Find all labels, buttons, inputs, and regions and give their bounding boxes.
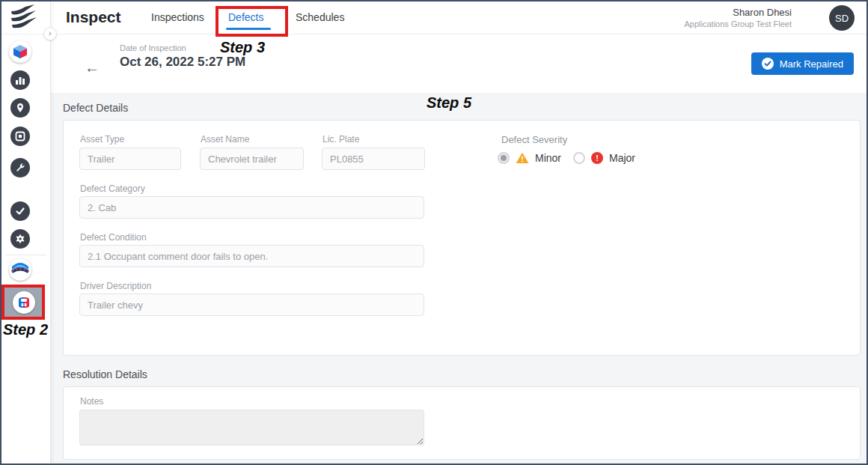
defect-category-label: Defect Category xyxy=(80,183,145,194)
back-arrow-icon[interactable]: ← xyxy=(85,59,100,76)
main-content: Defect Details Asset Type Trailer Asset … xyxy=(51,93,867,464)
minor-label: Minor xyxy=(535,152,561,164)
major-label: Major xyxy=(609,152,635,164)
bar-chart-icon xyxy=(10,70,30,90)
defect-condition-field[interactable]: 2.1 Occupant comment door fails to open. xyxy=(79,245,424,267)
defect-details-section-title: Defect Details xyxy=(63,102,128,114)
subheader: ← Date of Inspection Oct 26, 2022 5:27 P… xyxy=(51,34,867,93)
apps-cube-icon xyxy=(9,40,31,63)
wrench-icon xyxy=(10,158,30,177)
error-circle-icon: ! xyxy=(591,152,603,164)
mark-repaired-label: Mark Repaired xyxy=(780,58,843,70)
tab-inspections[interactable]: Inspections xyxy=(151,11,204,23)
check-circle-icon xyxy=(762,58,774,70)
resolution-details-section-title: Resolution Details xyxy=(63,368,147,380)
top-header: Inspect Inspections Defects Schedules Sh… xyxy=(51,1,867,34)
sidebar xyxy=(1,1,51,464)
user-fleet: Applications Group Test Fleet xyxy=(685,19,792,28)
driver-description-field[interactable]: Trailer chevy xyxy=(79,294,424,316)
defect-category-field[interactable]: 2. Cab xyxy=(79,196,424,219)
asset-name-label: Asset Name xyxy=(201,134,249,145)
severity-option-major[interactable]: ! Major xyxy=(573,152,635,164)
sidebar-item-maintenance[interactable] xyxy=(10,158,30,177)
avatar[interactable]: SD xyxy=(829,5,855,31)
warning-triangle-icon xyxy=(516,152,529,164)
lic-plate-field[interactable]: PL0855 xyxy=(322,148,425,170)
asset-name-field[interactable]: Chevrolet trailer xyxy=(200,148,304,170)
severity-option-minor[interactable]: Minor xyxy=(498,152,561,164)
sidebar-item-tracking[interactable] xyxy=(10,98,30,118)
sidebar-item-apps[interactable] xyxy=(9,40,31,63)
check-icon xyxy=(10,201,30,221)
card-icon xyxy=(10,127,30,146)
mark-repaired-button[interactable]: Mark Repaired xyxy=(751,52,854,75)
location-pin-icon xyxy=(10,98,30,118)
inspect-truck-icon xyxy=(13,291,35,314)
asset-type-field[interactable]: Trailer xyxy=(79,148,181,170)
sidebar-expander-chevron-icon[interactable]: › xyxy=(43,27,57,40)
user-name: Sharon Dhesi xyxy=(685,7,792,18)
sidebar-item-director-app[interactable] xyxy=(9,258,31,281)
tab-defects[interactable]: Defects xyxy=(228,11,263,23)
defect-condition-label: Defect Condition xyxy=(80,232,147,243)
defect-severity-label: Defect Severity xyxy=(501,134,567,145)
resolution-details-card: Notes xyxy=(63,386,861,460)
driver-description-label: Driver Description xyxy=(80,281,151,291)
date-of-inspection-label: Date of Inspection xyxy=(120,43,186,52)
gear-icon xyxy=(10,229,30,249)
teletrac-navman-logo-icon xyxy=(9,4,37,31)
user-info[interactable]: Sharon Dhesi Applications Group Test Fle… xyxy=(685,7,792,28)
road-icon xyxy=(9,258,31,281)
active-tab-underline xyxy=(226,28,271,30)
notes-textarea[interactable] xyxy=(79,410,424,446)
lic-plate-label: Lic. Plate xyxy=(323,134,359,145)
notes-label: Notes xyxy=(80,396,103,407)
sidebar-item-messaging[interactable] xyxy=(10,127,30,146)
page-title: Inspect xyxy=(66,8,121,26)
asset-type-label: Asset Type xyxy=(80,134,124,145)
sidebar-item-reports[interactable] xyxy=(10,70,30,90)
tab-schedules[interactable]: Schedules xyxy=(296,11,344,23)
sidebar-item-compliance[interactable] xyxy=(10,201,30,221)
date-of-inspection-value: Oct 26, 2022 5:27 PM xyxy=(120,55,245,70)
sidebar-item-settings[interactable] xyxy=(10,229,30,249)
sidebar-divider xyxy=(6,255,46,255)
defect-details-card: Asset Type Trailer Asset Name Chevrolet … xyxy=(63,120,861,356)
inspect-app-window: › Inspect Inspections Defects Schedules … xyxy=(0,0,868,465)
sidebar-item-inspect-active[interactable] xyxy=(2,285,45,320)
major-radio[interactable] xyxy=(573,152,585,164)
minor-radio[interactable] xyxy=(498,152,510,164)
